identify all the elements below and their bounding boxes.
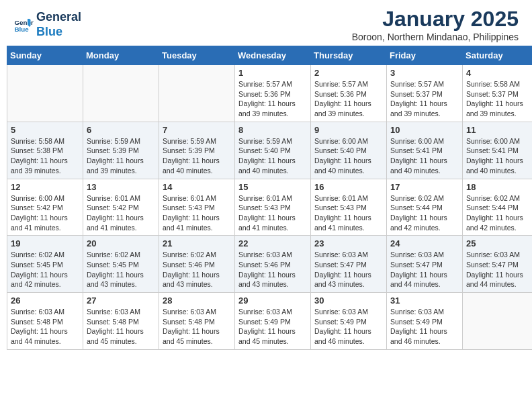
day-info: Sunrise: 6:03 AM Sunset: 5:48 PM Dayligh… <box>163 307 231 347</box>
calendar-cell: 13Sunrise: 6:01 AM Sunset: 5:42 PM Dayli… <box>83 179 159 236</box>
calendar-cell <box>463 293 533 350</box>
calendar-cell <box>7 65 83 122</box>
day-number: 8 <box>238 125 307 135</box>
location: Boroon, Northern Mindanao, Philippines <box>352 32 519 42</box>
day-info: Sunrise: 6:02 AM Sunset: 5:45 PM Dayligh… <box>87 250 155 289</box>
calendar-week-1: 1Sunrise: 5:57 AM Sunset: 5:36 PM Daylig… <box>7 65 533 122</box>
day-number: 20 <box>87 238 155 248</box>
logo-line2: Blue <box>36 25 81 40</box>
day-number: 29 <box>238 295 307 306</box>
calendar-cell: 19Sunrise: 6:02 AM Sunset: 5:45 PM Dayli… <box>7 236 83 293</box>
calendar-cell: 23Sunrise: 6:03 AM Sunset: 5:47 PM Dayli… <box>311 236 387 293</box>
day-info: Sunrise: 6:01 AM Sunset: 5:43 PM Dayligh… <box>314 193 383 233</box>
calendar-cell: 30Sunrise: 6:03 AM Sunset: 5:49 PM Dayli… <box>311 293 387 350</box>
calendar-cell: 20Sunrise: 6:02 AM Sunset: 5:45 PM Dayli… <box>83 236 159 293</box>
calendar-cell: 18Sunrise: 6:02 AM Sunset: 5:44 PM Dayli… <box>463 179 533 236</box>
day-number: 2 <box>314 68 383 78</box>
title-section: January 2025 Boroon, Northern Mindanao, … <box>352 7 519 42</box>
day-info: Sunrise: 5:59 AM Sunset: 5:39 PM Dayligh… <box>163 136 231 176</box>
day-number: 21 <box>163 238 231 248</box>
day-info: Sunrise: 6:03 AM Sunset: 5:49 PM Dayligh… <box>390 307 459 347</box>
day-info: Sunrise: 6:03 AM Sunset: 5:47 PM Dayligh… <box>314 250 383 289</box>
calendar-cell: 8Sunrise: 5:59 AM Sunset: 5:40 PM Daylig… <box>235 122 311 179</box>
day-number: 4 <box>466 68 532 78</box>
day-number: 13 <box>87 182 155 192</box>
calendar-cell: 31Sunrise: 6:03 AM Sunset: 5:49 PM Dayli… <box>387 293 463 350</box>
calendar-cell: 1Sunrise: 5:57 AM Sunset: 5:36 PM Daylig… <box>235 65 311 122</box>
day-info: Sunrise: 6:00 AM Sunset: 5:42 PM Dayligh… <box>11 193 79 233</box>
day-info: Sunrise: 6:03 AM Sunset: 5:49 PM Dayligh… <box>314 307 383 347</box>
day-info: Sunrise: 5:58 AM Sunset: 5:37 PM Dayligh… <box>466 79 532 119</box>
day-info: Sunrise: 6:03 AM Sunset: 5:48 PM Dayligh… <box>11 307 79 347</box>
logo-text: General Blue <box>36 10 81 39</box>
weekday-tuesday: Tuesday <box>159 46 235 65</box>
calendar-week-3: 12Sunrise: 6:00 AM Sunset: 5:42 PM Dayli… <box>7 179 533 236</box>
logo-icon: General Blue <box>13 15 34 35</box>
day-number: 7 <box>163 125 231 135</box>
calendar-cell: 22Sunrise: 6:03 AM Sunset: 5:46 PM Dayli… <box>235 236 311 293</box>
weekday-monday: Monday <box>83 46 159 65</box>
weekday-sunday: Sunday <box>7 46 83 65</box>
day-number: 26 <box>11 295 79 306</box>
calendar-cell: 5Sunrise: 5:58 AM Sunset: 5:38 PM Daylig… <box>7 122 83 179</box>
weekday-header-row: SundayMondayTuesdayWednesdayThursdayFrid… <box>7 46 533 65</box>
calendar-week-2: 5Sunrise: 5:58 AM Sunset: 5:38 PM Daylig… <box>7 122 533 179</box>
day-info: Sunrise: 6:01 AM Sunset: 5:43 PM Dayligh… <box>238 193 307 233</box>
calendar-cell: 4Sunrise: 5:58 AM Sunset: 5:37 PM Daylig… <box>463 65 533 122</box>
calendar-cell: 9Sunrise: 6:00 AM Sunset: 5:40 PM Daylig… <box>311 122 387 179</box>
day-number: 6 <box>87 125 155 135</box>
calendar-cell: 16Sunrise: 6:01 AM Sunset: 5:43 PM Dayli… <box>311 179 387 236</box>
month-title: January 2025 <box>352 7 519 32</box>
day-number: 12 <box>11 182 79 192</box>
calendar-cell: 11Sunrise: 6:00 AM Sunset: 5:41 PM Dayli… <box>463 122 533 179</box>
day-info: Sunrise: 5:59 AM Sunset: 5:39 PM Dayligh… <box>87 136 155 176</box>
day-number: 22 <box>238 238 307 248</box>
day-info: Sunrise: 6:01 AM Sunset: 5:43 PM Dayligh… <box>163 193 231 233</box>
calendar: SundayMondayTuesdayWednesdayThursdayFrid… <box>7 46 532 350</box>
day-number: 3 <box>390 68 459 78</box>
day-info: Sunrise: 6:00 AM Sunset: 5:41 PM Dayligh… <box>390 136 459 176</box>
calendar-cell <box>159 65 235 122</box>
day-info: Sunrise: 6:03 AM Sunset: 5:47 PM Dayligh… <box>466 250 532 289</box>
calendar-cell: 25Sunrise: 6:03 AM Sunset: 5:47 PM Dayli… <box>463 236 533 293</box>
day-number: 18 <box>466 182 532 192</box>
day-info: Sunrise: 6:03 AM Sunset: 5:49 PM Dayligh… <box>238 307 307 347</box>
weekday-thursday: Thursday <box>311 46 387 65</box>
day-info: Sunrise: 5:58 AM Sunset: 5:38 PM Dayligh… <box>11 136 79 176</box>
day-number: 28 <box>163 295 231 306</box>
svg-text:Blue: Blue <box>15 25 30 32</box>
day-number: 14 <box>163 182 231 192</box>
calendar-cell: 28Sunrise: 6:03 AM Sunset: 5:48 PM Dayli… <box>159 293 235 350</box>
day-info: Sunrise: 6:02 AM Sunset: 5:45 PM Dayligh… <box>11 250 79 289</box>
day-number: 31 <box>390 295 459 306</box>
logo: General Blue General Blue <box>13 10 81 39</box>
day-info: Sunrise: 6:00 AM Sunset: 5:41 PM Dayligh… <box>466 136 532 176</box>
calendar-cell: 24Sunrise: 6:03 AM Sunset: 5:47 PM Dayli… <box>387 236 463 293</box>
calendar-week-4: 19Sunrise: 6:02 AM Sunset: 5:45 PM Dayli… <box>7 236 533 293</box>
day-number: 16 <box>314 182 383 192</box>
weekday-saturday: Saturday <box>463 46 533 65</box>
calendar-cell: 21Sunrise: 6:02 AM Sunset: 5:46 PM Dayli… <box>159 236 235 293</box>
calendar-cell: 17Sunrise: 6:02 AM Sunset: 5:44 PM Dayli… <box>387 179 463 236</box>
calendar-cell: 26Sunrise: 6:03 AM Sunset: 5:48 PM Dayli… <box>7 293 83 350</box>
calendar-cell: 14Sunrise: 6:01 AM Sunset: 5:43 PM Dayli… <box>159 179 235 236</box>
day-number: 11 <box>466 125 532 135</box>
calendar-cell: 10Sunrise: 6:00 AM Sunset: 5:41 PM Dayli… <box>387 122 463 179</box>
calendar-cell: 6Sunrise: 5:59 AM Sunset: 5:39 PM Daylig… <box>83 122 159 179</box>
calendar-cell: 15Sunrise: 6:01 AM Sunset: 5:43 PM Dayli… <box>235 179 311 236</box>
day-info: Sunrise: 6:02 AM Sunset: 5:44 PM Dayligh… <box>466 193 532 233</box>
day-info: Sunrise: 5:57 AM Sunset: 5:36 PM Dayligh… <box>238 79 307 119</box>
day-number: 27 <box>87 295 155 306</box>
calendar-header: SundayMondayTuesdayWednesdayThursdayFrid… <box>7 46 533 65</box>
day-info: Sunrise: 6:02 AM Sunset: 5:44 PM Dayligh… <box>390 193 459 233</box>
day-info: Sunrise: 6:03 AM Sunset: 5:47 PM Dayligh… <box>390 250 459 289</box>
weekday-wednesday: Wednesday <box>235 46 311 65</box>
day-number: 24 <box>390 238 459 248</box>
day-info: Sunrise: 5:57 AM Sunset: 5:36 PM Dayligh… <box>314 79 383 119</box>
logo-line1: General <box>36 10 81 25</box>
calendar-body: 1Sunrise: 5:57 AM Sunset: 5:36 PM Daylig… <box>7 65 533 350</box>
calendar-cell: 27Sunrise: 6:03 AM Sunset: 5:48 PM Dayli… <box>83 293 159 350</box>
day-number: 9 <box>314 125 383 135</box>
page-header: General Blue General Blue January 2025 B… <box>0 0 532 46</box>
day-number: 30 <box>314 295 383 306</box>
